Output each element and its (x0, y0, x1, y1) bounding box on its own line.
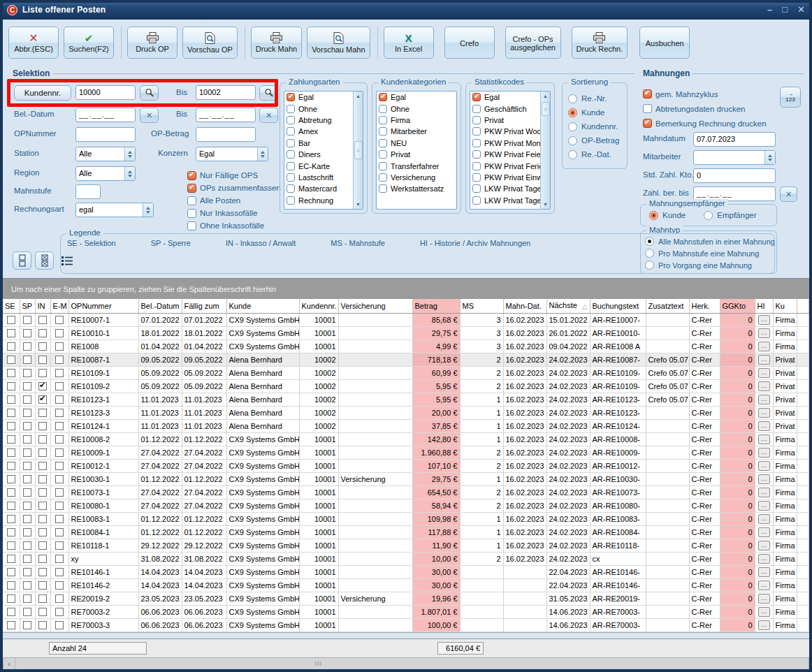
sp-checkbox[interactable] (23, 369, 31, 377)
minimize-icon[interactable]: – (767, 5, 772, 15)
em-checkbox[interactable] (55, 581, 64, 590)
em-checkbox[interactable] (55, 382, 64, 390)
list-item[interactable]: Abtretung (284, 115, 363, 126)
cell-opnummer[interactable]: RE10146-1 (68, 565, 138, 578)
hi-detail-button[interactable]: … (758, 421, 770, 431)
crefo-button[interactable]: Crefo (444, 27, 495, 59)
table-row[interactable]: RE70003-2 06.06.2023 06.06.2023 CX9 Syst… (3, 605, 809, 618)
sp-checkbox[interactable] (23, 568, 31, 576)
item-checkbox[interactable] (287, 173, 295, 182)
se-checkbox[interactable] (7, 356, 15, 364)
item-checkbox[interactable] (287, 139, 295, 147)
em-checkbox[interactable] (55, 528, 64, 536)
em-checkbox[interactable] (55, 448, 64, 457)
table-row[interactable]: RE10008-2 01.12.2022 01.12.2022 CX9 Syst… (3, 432, 809, 446)
se-checkbox[interactable] (7, 488, 15, 497)
list-item[interactable]: Egal (284, 92, 363, 103)
preview-mahn-button[interactable]: Vorschau Mahn (307, 27, 370, 59)
se-checkbox[interactable] (7, 608, 15, 616)
se-checkbox[interactable] (7, 555, 15, 563)
col-hi[interactable]: HI (755, 299, 773, 313)
hi-detail-button[interactable]: … (758, 580, 770, 590)
sp-checkbox[interactable] (23, 395, 31, 404)
list-item[interactable]: Mastercard (284, 183, 363, 194)
table-row[interactable]: RE10030-1 01.12.2022 01.12.2022 CX9 Syst… (3, 472, 809, 485)
item-checkbox[interactable] (379, 127, 387, 136)
sp-checkbox[interactable] (23, 409, 31, 417)
table-row[interactable]: RE10083-1 01.12.2022 01.12.2022 CX9 Syst… (3, 512, 809, 525)
col-opnummer[interactable]: OPNummer (68, 299, 138, 313)
option-checkbox[interactable] (187, 221, 196, 231)
mahnstufe-input[interactable] (75, 184, 101, 199)
print-rechnung-button[interactable]: Druck Rechn. (572, 27, 628, 59)
in-checkbox[interactable] (38, 409, 47, 417)
spinner-arrows-icon[interactable] (143, 203, 153, 217)
item-checkbox[interactable] (472, 116, 481, 124)
item-checkbox[interactable] (472, 162, 481, 170)
cell-opnummer[interactable]: RE10008-2 (68, 432, 138, 446)
in-checkbox[interactable] (38, 395, 47, 404)
zahlberbis-clear-button[interactable]: ✕ (780, 187, 797, 202)
se-checkbox[interactable] (7, 395, 15, 404)
scroll-down-icon[interactable]: ▼ (542, 200, 550, 209)
col-em[interactable]: E-M (50, 299, 68, 313)
in-checkbox[interactable] (38, 422, 47, 430)
list-item[interactable]: Versicherung (377, 172, 456, 183)
list-item[interactable]: Lastschrift (284, 172, 363, 183)
table-row[interactable]: RE10080-1 27.04.2022 27.04.2022 CX9 Syst… (3, 499, 809, 512)
table-row[interactable]: RE10087-1 09.05.2022 09.05.2022 Alena Be… (3, 353, 809, 366)
hi-detail-button[interactable]: … (758, 488, 770, 497)
sort-option[interactable]: Kundennr. (568, 119, 619, 133)
cell-opnummer[interactable]: RE10109-1 (68, 366, 138, 379)
sp-checkbox[interactable] (23, 448, 31, 457)
in-checkbox[interactable] (38, 475, 47, 483)
cell-opnummer[interactable]: RE10007-1 (68, 313, 138, 326)
cell-opnummer[interactable]: RE70003-3 (68, 618, 138, 631)
cell-opnummer[interactable]: RE10012-1 (68, 459, 138, 472)
item-checkbox[interactable] (379, 93, 387, 101)
hi-detail-button[interactable]: … (758, 395, 770, 404)
sp-checkbox[interactable] (23, 555, 31, 563)
col-ggkto[interactable]: GGKto (720, 299, 755, 313)
item-checkbox[interactable] (472, 93, 481, 101)
col-buchungstext[interactable]: Buchungstext (590, 299, 646, 313)
col-ku[interactable]: Ku (773, 299, 797, 313)
table-row[interactable]: RE10010-1 18.01.2022 18.01.2022 CX9 Syst… (3, 326, 809, 339)
col-naechste[interactable]: Nächste△ (546, 299, 590, 313)
col-se[interactable]: SE (3, 299, 20, 313)
cell-opnummer[interactable]: RE10109-2 (68, 379, 138, 393)
hi-detail-button[interactable]: … (758, 328, 770, 338)
search-button[interactable]: ✔ Suchen(F2) (64, 27, 114, 59)
cell-opnummer[interactable]: RE10087-1 (68, 353, 138, 366)
mahnung-checkbox[interactable] (643, 89, 652, 98)
mahndatum-input[interactable]: 07.07.2023 (693, 132, 776, 147)
in-checkbox[interactable] (38, 462, 47, 470)
se-checkbox[interactable] (7, 462, 15, 470)
se-checkbox[interactable] (7, 581, 15, 590)
hi-detail-button[interactable]: … (758, 567, 770, 577)
radio-icon[interactable] (568, 94, 577, 103)
em-checkbox[interactable] (55, 568, 64, 576)
list-item[interactable]: Firma (377, 115, 456, 126)
se-checkbox[interactable] (7, 515, 15, 523)
sp-checkbox[interactable] (23, 382, 31, 390)
scroll-down-icon[interactable]: ▼ (354, 200, 363, 209)
col-beldatum[interactable]: Bel.-Datum (138, 299, 182, 313)
check-all-button[interactable] (35, 251, 54, 270)
kundennr-von-search-button[interactable] (140, 85, 159, 101)
konzern-select[interactable]: Egal (196, 147, 268, 161)
in-checkbox[interactable] (38, 342, 47, 351)
se-checkbox[interactable] (7, 422, 15, 430)
table-row[interactable]: RE1008 01.04.2022 01.04.2022 CX9 Systems… (3, 339, 809, 353)
cell-opnummer[interactable]: RE10073-1 (68, 485, 138, 499)
sp-checkbox[interactable] (23, 621, 31, 629)
col-kunde[interactable]: Kunde (226, 299, 299, 313)
region-select[interactable]: Alle (75, 166, 136, 181)
option-checkbox[interactable] (187, 171, 196, 180)
option-checkbox[interactable] (187, 196, 196, 205)
sp-checkbox[interactable] (23, 475, 31, 483)
item-checkbox[interactable] (287, 162, 295, 170)
cell-opnummer[interactable]: RE10083-1 (68, 512, 138, 525)
col-sp[interactable]: SP (20, 299, 35, 313)
sp-checkbox[interactable] (23, 435, 31, 444)
